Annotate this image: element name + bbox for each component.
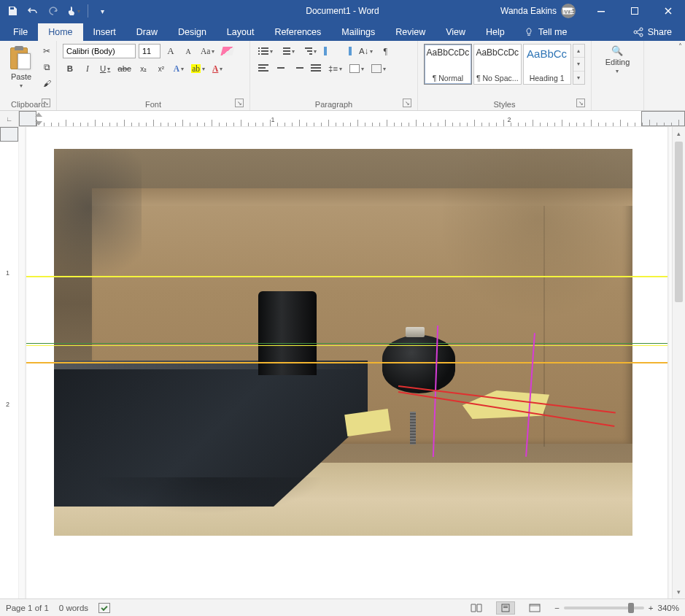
justify-icon[interactable] [309,61,323,76]
tab-layout[interactable]: Layout [217,23,265,41]
highlight-icon[interactable]: ab [189,61,207,76]
zoom-in-button[interactable]: + [649,604,654,612]
scroll-down-icon[interactable]: ▾ [673,585,685,598]
tab-file[interactable]: File [3,23,38,41]
numbering-icon[interactable] [278,44,297,58]
strikethrough-icon[interactable]: abc [115,61,133,76]
format-painter-icon[interactable] [39,76,54,91]
cut-icon[interactable] [39,44,54,58]
tab-mailings[interactable]: Mailings [331,23,385,41]
subscript-icon[interactable]: x₂ [136,61,151,76]
collapse-ribbon-icon[interactable]: ˄ [678,42,682,50]
minimize-icon[interactable] [584,0,618,22]
tab-home[interactable]: Home [38,23,82,41]
redo-icon[interactable] [47,4,60,18]
align-center-icon[interactable] [274,61,288,76]
shrink-font-icon[interactable]: A [181,44,196,58]
tab-draw[interactable]: Draw [126,23,168,41]
style-nospacing[interactable]: AaBbCcDc ¶ No Spac... [473,44,522,85]
tab-help[interactable]: Help [476,23,515,41]
zoom-level[interactable]: 340% [658,604,679,612]
style-normal[interactable]: AaBbCcDc ¶ Normal [424,44,472,85]
svg-point-4 [640,28,643,31]
svg-rect-9 [503,607,508,608]
font-size-input[interactable] [139,44,160,58]
share-label: Share [648,27,672,37]
align-left-icon[interactable] [256,61,271,76]
word-count[interactable]: 0 words [59,604,88,612]
group-editing: 🔍 Editing ▾ [592,41,644,110]
styles-scroll[interactable]: ▴▾▾ [573,44,585,85]
vertical-scrollbar[interactable]: ▴ ▾ [672,127,685,598]
clipboard-dialog-icon[interactable]: ↘ [42,99,50,107]
page-canvas[interactable]: ▴ ▾ [19,127,685,598]
undo-icon[interactable] [26,4,39,18]
scroll-up-icon[interactable]: ▴ [673,127,685,140]
grow-font-icon[interactable]: A [163,44,178,58]
font-name-input[interactable] [63,44,136,58]
touch-mode-icon[interactable] [67,4,80,18]
copy-icon[interactable] [39,60,54,74]
tab-design[interactable]: Design [168,23,217,41]
underline-icon[interactable]: U [98,61,112,76]
style-heading1[interactable]: AaBbCc Heading 1 [523,44,571,85]
read-mode-icon[interactable] [467,601,486,615]
tab-view[interactable]: View [436,23,476,41]
decrease-indent-icon[interactable] [322,44,336,58]
increase-indent-icon[interactable] [339,44,354,58]
ribbon-display-icon[interactable] [551,0,584,22]
multilevel-icon[interactable] [300,44,319,58]
italic-icon[interactable]: I [80,61,95,76]
horizontal-ruler[interactable]: ∟ 1 2 [0,111,685,127]
proofing-icon[interactable] [98,603,110,613]
zoom-slider[interactable] [564,607,644,609]
web-layout-icon[interactable] [525,601,544,615]
save-icon[interactable] [6,4,19,18]
close-icon[interactable] [651,0,685,22]
svg-rect-8 [503,606,508,607]
text-effects-icon[interactable]: A [171,61,186,76]
scroll-thumb[interactable] [675,142,683,302]
align-right-icon[interactable] [291,61,306,76]
svg-rect-11 [530,604,540,607]
paragraph-dialog-icon[interactable]: ↘ [403,99,411,107]
inserted-image[interactable] [54,149,632,536]
ribbon: ˄ Paste ▾ Clipboard↘ A A Aa [0,41,685,111]
change-case-icon[interactable]: Aa [198,44,217,58]
tab-references[interactable]: References [264,23,331,41]
share-icon [633,27,643,37]
paste-icon [10,46,32,71]
page-indicator[interactable]: Page 1 of 1 [6,604,49,612]
qat-customize-icon[interactable]: ▾ [96,4,109,18]
line-spacing-icon[interactable]: ‡≡ [326,61,344,76]
sort-icon[interactable]: A↓ [357,44,375,58]
editing-label: Editing [605,58,630,66]
shading-icon[interactable] [347,61,366,76]
tab-insert[interactable]: Insert [83,23,126,41]
style-preview: AaBbCcDc [476,47,519,58]
editing-button[interactable]: 🔍 Editing ▾ [601,44,635,76]
bold-icon[interactable]: B [63,61,77,76]
font-color-icon[interactable]: A [210,61,225,76]
maximize-icon[interactable] [618,0,651,22]
print-layout-icon[interactable] [496,601,515,615]
borders-icon[interactable] [369,61,388,76]
zoom-out-button[interactable]: − [554,604,560,612]
svg-rect-3 [632,8,638,15]
styles-dialog-icon[interactable]: ↘ [576,99,585,107]
overlay-line-green [26,343,667,344]
vertical-ruler[interactable]: 1 2 [0,127,19,598]
document-title: Document1 - Word [306,6,379,16]
tell-me[interactable]: Tell me [515,23,576,41]
tab-review[interactable]: Review [385,23,436,41]
ruler-mark: 1 [271,116,274,123]
paste-button[interactable]: Paste ▾ [6,44,36,91]
clear-format-icon[interactable] [220,44,236,58]
bullets-icon[interactable] [256,44,275,58]
show-marks-icon[interactable]: ¶ [378,44,392,58]
superscript-icon[interactable]: x² [154,61,169,76]
tab-selector-icon[interactable]: ∟ [0,111,19,126]
share-button[interactable]: Share [627,23,678,41]
font-dialog-icon[interactable]: ↘ [235,99,244,107]
title-bar: ▾ Document1 - Word Wanda Eakins WE [0,0,685,22]
